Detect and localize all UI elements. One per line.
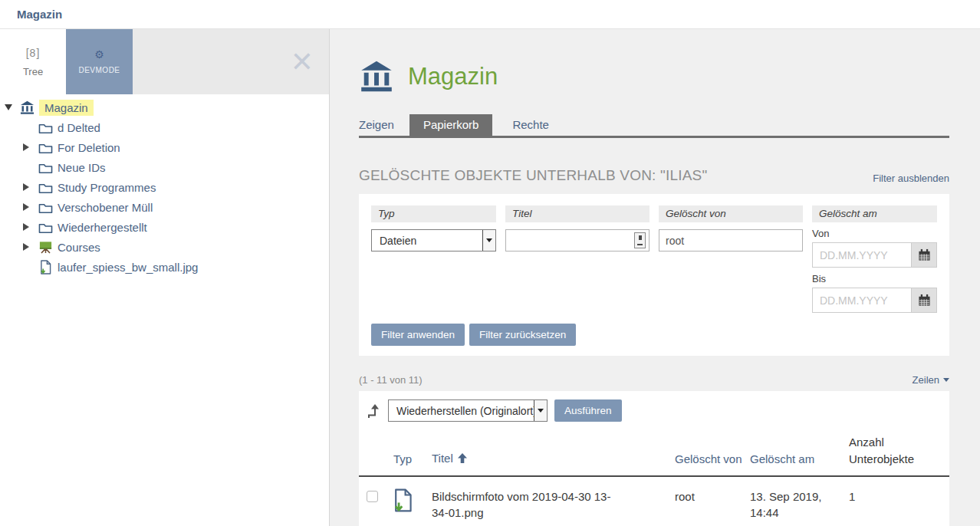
row-checkbox[interactable] — [367, 491, 378, 502]
date-to-input[interactable] — [812, 288, 912, 313]
expander-open-icon[interactable] — [5, 100, 18, 114]
sidebar-header: [8] Tree ⚙ DEVMODE ✕ — [0, 29, 329, 94]
column-header-titel[interactable]: Titel — [432, 452, 453, 465]
file-icon — [37, 259, 54, 275]
type-select-value: Dateien — [372, 235, 482, 247]
filter-reset-button[interactable]: Filter zurücksetzen — [469, 324, 576, 346]
caret-down-icon — [943, 378, 949, 382]
expander-none — [23, 160, 37, 174]
page-header: Magazin — [359, 60, 949, 94]
filter-label-deleted-at: Gelöscht am — [812, 205, 937, 222]
date-from-label: Von — [812, 228, 937, 239]
sidebar-header-spacer: ✕ — [133, 29, 329, 94]
tree-row-courses: Courses — [0, 237, 329, 257]
tree-row-wiederhergestellt: Wiederhergestellt — [0, 217, 329, 237]
filter-heading: GELÖSCHTE OBJEKTE UNTERHALB VON: "ILIAS" — [359, 167, 707, 184]
rows-menu-label: Zeilen — [913, 374, 939, 386]
deleted-by-input[interactable] — [659, 229, 803, 251]
tree-row-study-programmes: Study Programmes — [0, 177, 329, 197]
column-header-deleted-at[interactable]: Gelöscht am — [750, 452, 814, 465]
tree-row-magazin: Magazin — [0, 97, 329, 117]
column-header-typ[interactable]: Typ — [393, 452, 412, 465]
devmode-tab-label: DEVMODE — [78, 66, 120, 74]
column-header-subobjects: Anzahl Unterobjekte — [849, 436, 914, 465]
filter-panel: Typ Dateien Titel G — [359, 194, 949, 356]
table-command-row: Wiederherstellen (Originalort) Ausführen — [359, 399, 949, 422]
tab-papierkorb[interactable]: Papierkorb — [409, 114, 493, 136]
tab-bar: Zeigen Papierkorb Rechte — [359, 114, 949, 138]
filter-field-titel: Titel — [505, 205, 649, 313]
expander-none — [23, 260, 37, 274]
tree-item-wiederhergestellt[interactable]: Wiederhergestellt — [58, 221, 147, 234]
tree-item-laufer-jpg[interactable]: laufer_spiess_bw_small.jpg — [58, 261, 198, 274]
chevron-down-icon — [534, 400, 547, 421]
tab-tree[interactable]: [8] Tree — [0, 29, 66, 94]
expander-closed-icon[interactable] — [23, 240, 37, 254]
date-from-input[interactable] — [812, 242, 912, 268]
action-select[interactable]: Wiederherstellen (Originalort) — [388, 399, 548, 422]
folder-icon — [37, 219, 54, 235]
topbar-title[interactable]: Magazin — [17, 8, 62, 21]
table-header-row: Typ Titel Gelöscht von Gelöscht am Anzah… — [359, 422, 949, 477]
expander-closed-icon[interactable] — [23, 220, 37, 234]
tree-row-laufer-jpg: laufer_spiess_bw_small.jpg — [0, 257, 329, 277]
tree-row-for-deletion: For Deletion — [0, 137, 329, 157]
filter-header: GELÖSCHTE OBJEKTE UNTERHALB VON: "ILIAS"… — [359, 167, 949, 184]
filter-field-deleted-at: Gelöscht am Von Bis — [812, 205, 937, 313]
filter-field-typ: Typ Dateien — [371, 205, 496, 313]
filter-field-deleted-by: Gelöscht von — [659, 205, 803, 313]
execute-button[interactable]: Ausführen — [554, 399, 622, 422]
filter-label-typ: Typ — [371, 205, 496, 222]
tree-item-d-delted[interactable]: d Delted — [58, 121, 100, 134]
tree-item-courses[interactable]: Courses — [58, 241, 100, 254]
tab-zeigen[interactable]: Zeigen — [359, 114, 409, 136]
tree-icon: [8] — [26, 47, 41, 59]
folder-icon — [37, 120, 54, 135]
gear-icon: ⚙ — [94, 49, 104, 60]
rows-menu[interactable]: Zeilen — [913, 374, 949, 386]
trash-table: Wiederherstellen (Originalort) Ausführen… — [359, 391, 949, 526]
results-bar: (1 - 11 von 11) Zeilen — [359, 374, 949, 386]
tree-item-study-programmes[interactable]: Study Programmes — [58, 181, 156, 194]
folder-icon — [37, 199, 54, 215]
close-icon[interactable]: ✕ — [291, 48, 314, 76]
repository-tree: Magazin d Delted For Deletion — [0, 94, 329, 277]
filter-label-deleted-by: Gelöscht von — [659, 205, 803, 222]
tree-tab-label: Tree — [23, 66, 43, 77]
autocomplete-icon — [634, 232, 646, 248]
sort-ascending-icon — [458, 452, 467, 465]
folder-icon — [37, 140, 54, 155]
expander-closed-icon[interactable] — [23, 200, 37, 214]
filter-apply-button[interactable]: Filter anwenden — [371, 324, 465, 346]
tree-row-verschobener-muell: Verschobener Müll — [0, 197, 329, 217]
sidebar: [8] Tree ⚙ DEVMODE ✕ Magazin — [0, 29, 330, 526]
title-input[interactable] — [505, 229, 649, 251]
action-select-value: Wiederherstellen (Originalort) — [389, 405, 534, 417]
repository-icon — [359, 60, 394, 94]
row-deleted-at: 13. Sep 2019, 14:44 — [750, 488, 834, 521]
row-deleted-by: root — [675, 490, 695, 503]
filter-toggle-link[interactable]: Filter ausblenden — [873, 173, 949, 184]
tree-item-for-deletion[interactable]: For Deletion — [58, 141, 120, 154]
filter-label-titel: Titel — [505, 205, 649, 222]
folder-icon — [37, 159, 54, 175]
date-to-label: Bis — [812, 273, 937, 284]
calendar-icon[interactable] — [912, 242, 937, 268]
tab-rechte[interactable]: Rechte — [500, 114, 561, 136]
main-content: Magazin Zeigen Papierkorb Rechte GELÖSCH… — [330, 29, 980, 526]
file-icon — [393, 501, 413, 514]
tree-item-neue-ids[interactable]: Neue IDs — [58, 161, 106, 174]
tree-row-d-delted: d Delted — [0, 117, 329, 137]
tab-devmode[interactable]: ⚙ DEVMODE — [66, 29, 133, 94]
type-select[interactable]: Dateien — [371, 229, 496, 251]
calendar-icon[interactable] — [912, 288, 937, 313]
tree-row-neue-ids: Neue IDs — [0, 157, 329, 177]
tree-item-magazin[interactable]: Magazin — [39, 100, 94, 116]
expander-none — [23, 120, 37, 134]
tree-item-verschobener-muell[interactable]: Verschobener Müll — [58, 201, 153, 214]
course-icon — [37, 239, 54, 255]
row-title: Bildschirmfoto vom 2019-04-30 13-34-01.p… — [432, 488, 620, 521]
expander-closed-icon[interactable] — [23, 140, 37, 154]
expander-closed-icon[interactable] — [23, 180, 37, 194]
column-header-deleted-by[interactable]: Gelöscht von — [675, 452, 742, 465]
